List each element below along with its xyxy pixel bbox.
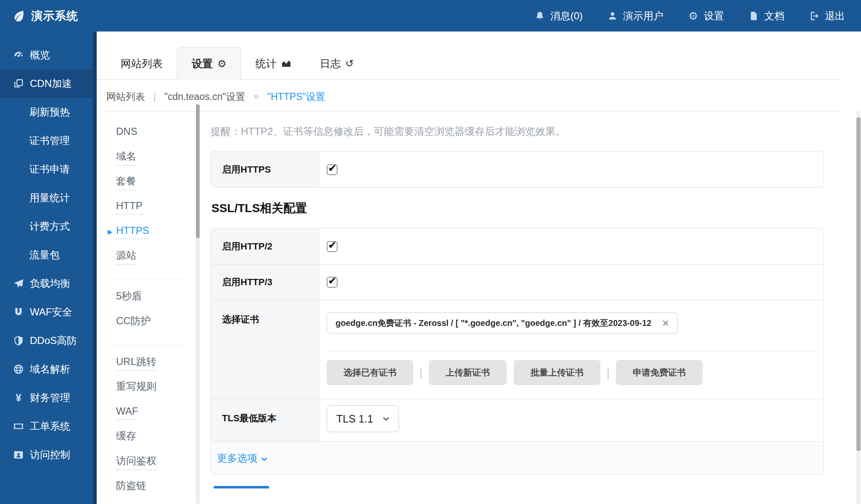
tab-settings[interactable]: 设置 ⚙ [177,47,241,80]
checkmark-icon: ✔ [328,163,337,173]
field-label-enable-http3: 启用HTTP/3 [211,265,320,300]
checkmark-icon: ✔ [328,240,337,250]
more-options-link[interactable]: 更多选项 [217,452,267,465]
tab-label: 日志 [320,57,341,71]
submenu-item-5s-shield[interactable]: 5秒盾 [108,285,188,310]
sidebar-item-usage-stats[interactable]: 用量统计 [0,184,97,212]
topnav-logout-label: 退出 [825,9,845,23]
sidebar-item-tickets[interactable]: 工单系统 [0,412,97,441]
select-existing-cert-button[interactable]: 选择已有证书 [327,360,413,385]
sidebar-item-label: 概览 [30,48,50,62]
field-label-select-cert: 选择证书 [211,300,320,399]
breadcrumb-site-settings[interactable]: "cdn.teaos.cn"设置 [164,90,246,103]
submenu-item-plan[interactable]: 套餐 [108,170,188,194]
page-scrollbar-thumb[interactable] [856,117,861,451]
sidebar-item-refresh-preheat[interactable]: 刷新预热 [0,98,97,126]
submenu-item-cc-protect[interactable]: CC防护 [108,310,188,334]
gear-icon: ⚙ [217,59,227,69]
submenu-item-dns[interactable]: DNS [108,120,188,145]
sidebar-item-billing-method[interactable]: 计费方式 [0,212,97,241]
submenu-item-http[interactable]: HTTP [108,194,188,219]
breadcrumb-https-settings[interactable]: "HTTPS"设置 [267,90,325,103]
submenu-item-cache[interactable]: 缓存 [108,425,188,449]
topnav-docs[interactable]: 文档 [748,9,784,23]
sidebar-item-traffic-package[interactable]: 流量包 [0,241,97,269]
bell-icon [534,10,545,21]
enable-http3-checkbox[interactable]: ✔ [327,277,338,288]
submenu-scrollbar-thumb[interactable] [196,104,200,238]
submenu-item-domain[interactable]: 域名 [108,145,188,170]
submenu-label: 缓存 [116,429,136,445]
submenu-item-access-auth[interactable]: 访问鉴权 [108,449,188,474]
paper-plane-icon [13,278,24,289]
submenu-label: 访问鉴权 [116,454,156,470]
remove-certificate-icon[interactable]: × [662,318,668,328]
submenu-label: 重写规则 [116,380,156,396]
tab-website-list[interactable]: 网站列表 [106,47,177,80]
submenu-item-https[interactable]: ▶ HTTPS [108,219,188,244]
tls-version-value: TLS 1.1 [336,413,373,425]
sidebar-item-label: 域名解析 [30,362,70,376]
certificate-divider [327,352,816,352]
apply-free-cert-button[interactable]: 申请免费证书 [616,360,703,385]
sidebar-item-ddos[interactable]: DDoS高防 [0,326,97,355]
gauge-icon [13,49,24,61]
checkmark-icon: ✔ [328,276,337,286]
submenu-label: URL跳转 [116,355,156,371]
page-scrollbar[interactable] [856,111,861,504]
tab-label: 网站列表 [121,57,163,71]
https-enable-table: 启用HTTPS ✔ [211,151,824,188]
submenu-item-rewrite-rules[interactable]: 重写规则 [108,375,188,400]
history-icon: ↺ [346,58,354,68]
enable-https-checkbox[interactable]: ✔ [327,164,338,175]
submenu-item-waf[interactable]: WAF [108,400,188,425]
chevron-down-icon [261,457,267,461]
topnav-user[interactable]: 演示用户 [607,9,663,23]
tls-version-select[interactable]: TLS 1.1 [327,405,399,432]
sidebar-item-cdn[interactable]: CDN加速 [0,69,97,98]
submenu-label: 套餐 [116,174,136,190]
sidebar-edge [93,32,97,504]
sidebar-item-label: 访问控制 [30,448,70,462]
sidebar-item-cert-apply[interactable]: 证书申请 [0,155,97,184]
sidebar-item-label: 用量统计 [29,191,70,205]
sidebar-item-dns[interactable]: 域名解析 [0,355,97,383]
upload-new-cert-button[interactable]: 上传新证书 [429,360,507,385]
field-label-enable-https: 启用HTTPS [211,152,320,187]
sidebar-item-label: 流量包 [29,248,60,262]
enable-http2-checkbox[interactable]: ✔ [327,241,338,252]
certificate-chip[interactable]: goedge.cn免费证书 - Zerossl / [ "*.goedge.cn… [327,312,678,333]
breadcrumb-separator: | [153,91,156,102]
sidebar-item-cert-manage[interactable]: 证书管理 [0,126,97,155]
user-icon [607,10,618,21]
topnav-settings[interactable]: ⚙ 设置 [688,9,724,23]
sidebar-item-overview[interactable]: 概览 [0,41,97,69]
topnav-logout[interactable]: 退出 [809,9,845,23]
sidebar-item-finance[interactable]: ¥ 财务管理 [0,383,97,412]
submenu-label: CC防护 [116,314,151,330]
submenu-scrollbar[interactable] [196,104,200,504]
sidebar-item-waf[interactable]: WAF安全 [0,298,97,326]
certificate-buttons: 选择已有证书 | 上传新证书 批量上传证书 | 申请免费证书 [327,360,824,385]
sidebar-item-label: 计费方式 [29,220,70,233]
sidebar-item-access-control[interactable]: 访问控制 [0,441,97,469]
sidebar-item-load-balancer[interactable]: 负载均衡 [0,269,97,298]
breadcrumb-website-list[interactable]: 网站列表 [106,90,145,103]
topnav-messages-label: 消息(0) [550,9,583,23]
tab-statistics[interactable]: 统计 [241,47,306,80]
topnav-settings-label: 设置 [704,9,724,23]
batch-upload-cert-button[interactable]: 批量上传证书 [514,360,600,385]
submenu-item-origin[interactable]: 源站 [108,244,188,269]
save-button-clipped[interactable] [214,486,269,488]
settings-submenu: DNS 域名 套餐 HTTP ▶ HTTPS 源站 5秒盾 CC防护 URL跳转… [108,120,188,499]
submenu-item-hotlink-protect[interactable]: 防盗链 [108,474,188,499]
topnav-messages[interactable]: 消息(0) [534,9,583,23]
submenu-label: WAF [116,405,138,420]
tab-logs[interactable]: 日志 ↺ [306,47,368,80]
leaf-icon [13,10,25,22]
breadcrumb-separator: » [254,91,259,102]
topnav-docs-label: 文档 [764,9,784,23]
submenu-item-url-redirect[interactable]: URL跳转 [108,350,188,375]
topnav-user-label: 演示用户 [623,9,663,23]
app-logo[interactable]: 演示系统 [13,8,78,24]
